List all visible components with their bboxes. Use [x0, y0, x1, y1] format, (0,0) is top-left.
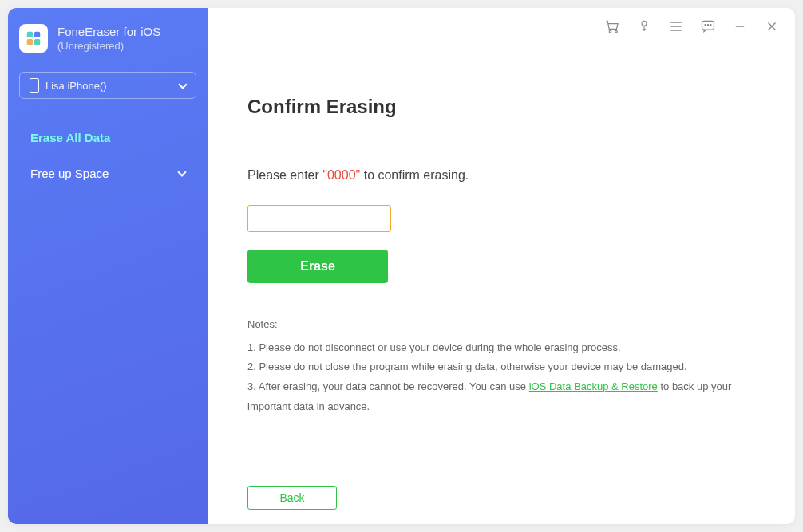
- phone-icon: [30, 78, 39, 93]
- notes-section: Notes: 1. Please do not disconnect or us…: [247, 315, 755, 416]
- app-header: FoneEraser for iOS (Unregistered): [19, 24, 196, 53]
- app-subtitle: (Unregistered): [57, 40, 160, 52]
- back-button[interactable]: Back: [247, 486, 337, 510]
- sidebar-item-label: Free up Space: [30, 167, 109, 180]
- svg-rect-1: [34, 32, 40, 37]
- svg-point-8: [705, 25, 706, 26]
- content: Confirm Erasing Please enter "0000" to c…: [208, 8, 795, 440]
- key-icon[interactable]: [635, 18, 653, 35]
- sidebar-item-erase-all[interactable]: Erase All Data: [19, 120, 196, 156]
- main-panel: Confirm Erasing Please enter "0000" to c…: [208, 8, 795, 524]
- chevron-down-icon: [177, 167, 186, 176]
- svg-point-10: [710, 25, 711, 26]
- instruction-prefix: Please enter: [247, 168, 322, 182]
- close-icon[interactable]: [763, 18, 781, 35]
- instruction-code: "0000": [322, 168, 360, 182]
- logo-icon: [25, 30, 42, 47]
- notes-title: Notes:: [247, 315, 755, 335]
- menu-icon[interactable]: [667, 18, 685, 35]
- confirm-input[interactable]: [247, 205, 391, 232]
- svg-rect-2: [27, 39, 33, 45]
- app-logo: [19, 24, 48, 53]
- sidebar: FoneEraser for iOS (Unregistered) Lisa i…: [8, 8, 208, 524]
- device-selector[interactable]: Lisa iPhone(): [19, 72, 196, 99]
- chevron-down-icon: [178, 80, 187, 89]
- erase-button[interactable]: Erase: [247, 250, 388, 283]
- cart-icon[interactable]: [603, 18, 621, 35]
- sidebar-item-free-up[interactable]: Free up Space: [19, 156, 196, 191]
- svg-rect-3: [34, 39, 40, 45]
- titlebar: [603, 18, 781, 35]
- backup-restore-link[interactable]: iOS Data Backup & Restore: [529, 380, 658, 392]
- feedback-icon[interactable]: [699, 18, 717, 35]
- note-3: 3. After erasing, your data cannot be re…: [247, 377, 755, 416]
- svg-rect-0: [27, 32, 33, 37]
- app-window: FoneEraser for iOS (Unregistered) Lisa i…: [8, 8, 795, 524]
- note-1: 1. Please do not disconnect or use your …: [247, 338, 755, 358]
- svg-point-9: [707, 25, 708, 26]
- instruction-text: Please enter "0000" to confirm erasing.: [247, 168, 755, 183]
- page-title: Confirm Erasing: [247, 96, 755, 136]
- note-3-prefix: 3. After erasing, your data cannot be re…: [247, 380, 529, 392]
- app-title: FoneEraser for iOS: [57, 25, 160, 38]
- svg-point-5: [615, 30, 618, 32]
- device-name: Lisa iPhone(): [45, 80, 107, 92]
- note-2: 2. Please do not close the program while…: [247, 357, 755, 377]
- app-title-box: FoneEraser for iOS (Unregistered): [57, 25, 160, 52]
- device-left: Lisa iPhone(): [30, 78, 107, 93]
- svg-point-6: [642, 21, 647, 26]
- instruction-suffix: to confirm erasing.: [360, 168, 469, 182]
- sidebar-item-label: Erase All Data: [30, 131, 110, 144]
- svg-point-4: [609, 30, 611, 32]
- minimize-icon[interactable]: [731, 18, 749, 35]
